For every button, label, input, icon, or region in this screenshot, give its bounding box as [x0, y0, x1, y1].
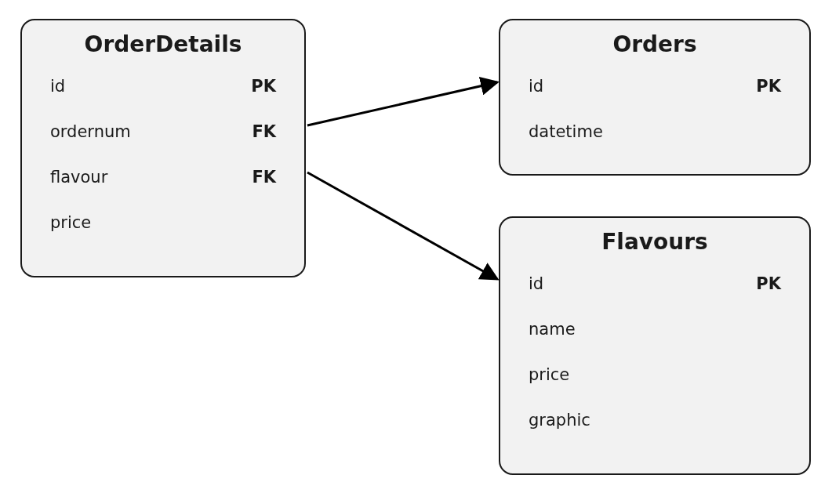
field-row: ordernum FK [22, 109, 304, 154]
field-row: price [500, 352, 809, 397]
field-name: id [50, 77, 65, 96]
field-name: price [529, 365, 569, 384]
entity-title-flavours: Flavours [500, 229, 809, 255]
field-row: price [22, 200, 304, 245]
entity-flavours: Flavours id PK name price graphic [499, 216, 811, 475]
field-name: ordernum [50, 122, 131, 141]
field-row: graphic [500, 397, 809, 443]
field-row: name [500, 306, 809, 352]
entity-orderdetails: OrderDetails id PK ordernum FK flavour F… [20, 19, 306, 277]
field-row: flavour FK [22, 154, 304, 200]
field-name: flavour [50, 168, 107, 187]
field-name: price [50, 213, 91, 232]
entity-title-orders: Orders [500, 31, 809, 57]
field-key: PK [756, 77, 781, 96]
field-name: graphic [529, 411, 590, 430]
entity-orders: Orders id PK datetime [499, 19, 811, 176]
field-name: datetime [529, 122, 603, 141]
field-key: FK [252, 168, 276, 187]
field-row: datetime [500, 109, 809, 154]
entity-title-orderdetails: OrderDetails [22, 31, 304, 57]
field-name: id [529, 77, 543, 96]
field-row: id PK [22, 63, 304, 109]
field-row: id PK [500, 63, 809, 109]
field-key: PK [756, 274, 781, 293]
relation-ordernum-to-orders-id [307, 82, 497, 125]
relation-flavour-to-flavours-id [307, 172, 497, 279]
field-key: FK [252, 122, 276, 141]
field-name: id [529, 274, 543, 293]
field-name: name [529, 320, 576, 339]
field-key: PK [251, 77, 276, 96]
field-row: id PK [500, 261, 809, 306]
